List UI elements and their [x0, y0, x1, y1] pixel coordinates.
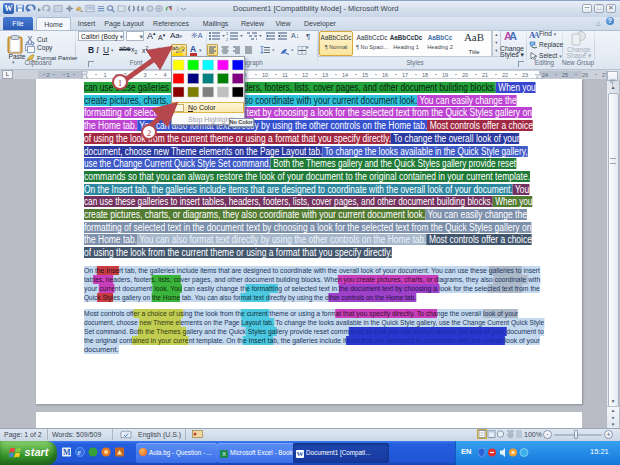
svg-text:26: 26 [582, 72, 588, 78]
svg-text:17: 17 [402, 72, 408, 78]
svg-text:M: M [63, 448, 71, 457]
svg-text:11: 11 [282, 72, 288, 78]
svg-text:13: 13 [322, 72, 328, 78]
svg-text:A↓: A↓ [291, 32, 299, 39]
svg-text:20: 20 [462, 72, 468, 78]
svg-text:16: 16 [382, 72, 388, 78]
svg-text:22: 22 [502, 72, 508, 78]
svg-text:18: 18 [422, 72, 428, 78]
svg-text:2: 2 [46, 72, 49, 78]
svg-text:1: 1 [66, 72, 69, 78]
svg-text:14: 14 [342, 72, 348, 78]
svg-text:10: 10 [262, 72, 268, 78]
svg-text:2: 2 [147, 128, 152, 138]
svg-text:2: 2 [226, 37, 229, 42]
svg-text:25: 25 [562, 72, 568, 78]
svg-text:1: 1 [118, 78, 123, 88]
svg-text:¶: ¶ [306, 32, 310, 41]
svg-text:19: 19 [442, 72, 448, 78]
svg-text:21: 21 [482, 72, 488, 78]
svg-text:12: 12 [302, 72, 308, 78]
svg-text:24: 24 [542, 72, 548, 78]
svg-text:23: 23 [522, 72, 528, 78]
svg-text:15: 15 [362, 72, 368, 78]
svg-text:1: 1 [226, 31, 229, 36]
